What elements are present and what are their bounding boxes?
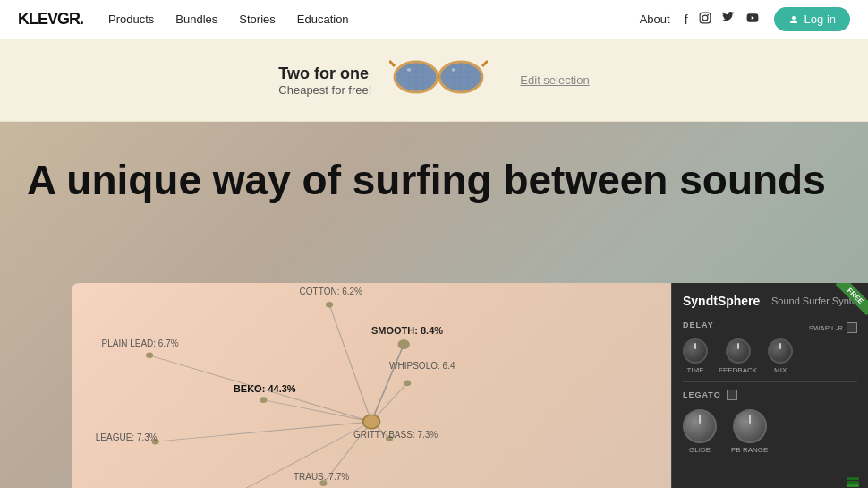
knob-pb-label: PB RANGE: [731, 446, 768, 454]
nav-links: Products Bundles Stories Education: [108, 13, 349, 26]
svg-point-4: [792, 16, 796, 20]
sphere-svg: [72, 283, 671, 488]
node-smooth: SMOOTH: 8.4%: [371, 325, 443, 336]
nav-stories[interactable]: Stories: [239, 13, 275, 26]
node-gritty-bass: GRITTY BASS: 7.3%: [353, 430, 438, 440]
legato-row: LEGATO: [683, 390, 857, 400]
promo-title: Two for one: [278, 64, 371, 83]
svg-point-37: [404, 381, 411, 387]
hero-title: A unique way of surfing between sounds: [27, 158, 841, 203]
legato-label: LEGATO: [683, 390, 721, 399]
edit-selection-link[interactable]: Edit selection: [520, 73, 589, 87]
knob-mix: MIX: [768, 338, 793, 374]
svg-line-26: [371, 345, 404, 422]
svg-line-27: [263, 400, 371, 422]
nav-bundles[interactable]: Bundles: [175, 13, 217, 26]
nav-about[interactable]: About: [640, 13, 670, 26]
knob-time-control[interactable]: [683, 338, 708, 364]
navbar: KLEVGR. Products Bundles Stories Educati…: [0, 0, 868, 39]
free-badge-container: FREE: [823, 283, 868, 328]
vu-meter: [847, 294, 859, 488]
knob-glide-label: GLIDE: [689, 446, 711, 454]
svg-line-9: [482, 61, 488, 66]
knob-mix-control[interactable]: [768, 338, 793, 364]
svg-point-33: [326, 302, 333, 308]
synth-panel: FREE SyndtSphere Sound Surfer Synth DELA…: [671, 283, 868, 488]
svg-point-36: [260, 397, 267, 403]
logo[interactable]: KLEVGR.: [18, 10, 83, 29]
svg-point-35: [397, 339, 409, 349]
nav-left: KLEVGR. Products Bundles Stories Educati…: [18, 10, 349, 29]
svg-point-42: [363, 415, 380, 429]
svg-point-2: [707, 14, 709, 16]
promo-glasses: [389, 52, 488, 108]
nav-education[interactable]: Education: [297, 13, 349, 26]
knob-feedback: FEEDBACK: [719, 338, 757, 374]
instagram-icon[interactable]: [699, 12, 711, 27]
synth-visualization: COTTON: 6.2% PLAIN LEAD: 6.7% SMOOTH: 8.…: [72, 283, 671, 488]
delay-label: DELAY: [683, 321, 714, 330]
svg-line-8: [389, 61, 395, 66]
promo-banner: Two for one Cheapest for free!: [0, 39, 868, 122]
node-plain-lead: PLAIN LEAD: 6.7%: [102, 338, 179, 348]
knob-mix-label: MIX: [774, 366, 787, 374]
delay-knobs: TIME FEEDBACK MIX: [683, 338, 857, 374]
social-icons: f: [685, 12, 760, 27]
legato-checkbox[interactable]: [727, 390, 737, 400]
large-knobs-row: GLIDE PB RANGE: [683, 409, 857, 454]
hero-section: A unique way of surfing between sounds: [0, 122, 868, 488]
nav-products[interactable]: Products: [108, 13, 154, 26]
node-whipsolo: WHIPSOLO: 6.4: [389, 361, 455, 371]
knob-glide-control[interactable]: [683, 409, 717, 443]
twitter-icon[interactable]: [722, 12, 735, 27]
facebook-icon[interactable]: f: [685, 13, 688, 27]
knob-pb-range: PB RANGE: [731, 409, 768, 454]
svg-rect-0: [700, 13, 711, 23]
knob-feedback-control[interactable]: [726, 338, 751, 364]
knob-pb-range-control[interactable]: [733, 409, 767, 443]
nav-right: About f Log in: [640, 7, 850, 31]
panel-divider: [683, 381, 857, 382]
youtube-icon[interactable]: [745, 12, 760, 27]
knob-glide: GLIDE: [683, 409, 717, 454]
synth-container: COTTON: 6.2% PLAIN LEAD: 6.7% SMOOTH: 8.…: [72, 283, 868, 488]
node-beko: BEKO: 44.3%: [234, 383, 296, 394]
synth-name: SyndtSphere: [683, 294, 760, 308]
promo-text: Two for one Cheapest for free!: [278, 64, 371, 97]
knob-feedback-label: FEEDBACK: [719, 366, 757, 374]
svg-point-34: [146, 353, 153, 359]
svg-line-24: [329, 304, 371, 422]
knob-time: TIME: [683, 338, 708, 374]
glasses-svg: [389, 52, 488, 101]
node-cotton: COTTON: 6.2%: [300, 287, 362, 296]
node-league: LEAGUE: 7.3%: [96, 432, 157, 442]
promo-subtitle: Cheapest for free!: [278, 83, 371, 97]
login-button[interactable]: Log in: [774, 7, 850, 31]
node-traus: TRAUS: 7.7%: [294, 472, 349, 482]
knob-time-label: TIME: [686, 366, 703, 374]
svg-point-1: [702, 15, 708, 21]
